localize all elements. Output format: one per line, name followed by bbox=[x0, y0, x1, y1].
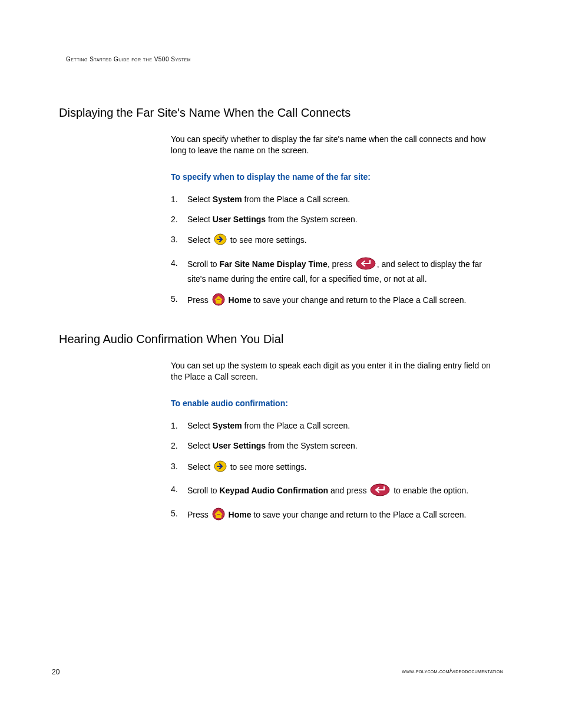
step-text: to see more settings. bbox=[230, 462, 307, 472]
home-icon bbox=[212, 508, 225, 523]
step-text: from the Place a Call screen. bbox=[242, 195, 351, 204]
page-number: 20 bbox=[52, 668, 59, 676]
step-text: Select bbox=[187, 441, 213, 450]
step-item: Select User Settings from the System scr… bbox=[171, 440, 497, 452]
step-bold: Keypad Audio Confirmation bbox=[219, 486, 328, 495]
task-heading: To enable audio confirmation: bbox=[171, 398, 497, 409]
step-text: Select bbox=[187, 195, 213, 204]
step-text: Select bbox=[187, 462, 213, 472]
step-item: Scroll to Keypad Audio Confirmation and … bbox=[171, 483, 497, 499]
step-item: Scroll to Far Site Name Display Time, pr… bbox=[171, 257, 497, 285]
step-item: Select to see more settings. bbox=[171, 460, 497, 475]
step-text: Select bbox=[187, 236, 213, 245]
step-text: to see more settings. bbox=[230, 236, 307, 245]
arrow-right-icon bbox=[214, 460, 227, 475]
step-item: Select System from the Place a Call scre… bbox=[171, 193, 497, 205]
step-text: Select bbox=[187, 421, 213, 430]
step-text: Scroll to bbox=[187, 259, 219, 269]
step-text: Press bbox=[187, 510, 211, 520]
enter-icon bbox=[356, 257, 376, 273]
section-title-far-site: Displaying the Far Site's Name When the … bbox=[59, 106, 503, 120]
step-bold: User Settings bbox=[213, 215, 266, 224]
task-heading: To specify when to display the name of t… bbox=[171, 172, 497, 183]
footer-url: www.polycom.com/videodocumentation bbox=[402, 668, 503, 674]
step-item: Select to see more settings. bbox=[171, 233, 497, 248]
step-text: Press bbox=[187, 296, 211, 305]
step-bold: Home bbox=[226, 296, 252, 305]
step-item: Press Home to save your change and retur… bbox=[171, 293, 497, 309]
step-list: Select System from the Place a Call scre… bbox=[171, 193, 497, 309]
section-title-audio-confirm: Hearing Audio Confirmation When You Dial bbox=[59, 332, 503, 346]
home-icon bbox=[212, 293, 225, 309]
step-text: Select bbox=[187, 215, 213, 224]
enter-icon bbox=[370, 483, 390, 499]
step-text: to save your change and return to the Pl… bbox=[251, 510, 466, 520]
step-text: , press bbox=[328, 259, 355, 269]
step-text: Scroll to bbox=[187, 486, 219, 495]
step-bold: System bbox=[213, 421, 242, 430]
step-text: and press bbox=[328, 486, 369, 495]
step-text: from the System screen. bbox=[266, 441, 358, 450]
step-item: Press Home to save your change and retur… bbox=[171, 508, 497, 523]
step-text: to save your change and return to the Pl… bbox=[251, 296, 466, 305]
step-bold: Far Site Name Display Time bbox=[219, 259, 327, 269]
step-item: Select System from the Place a Call scre… bbox=[171, 420, 497, 431]
intro-paragraph: You can set up the system to speak each … bbox=[171, 360, 497, 383]
step-bold: Home bbox=[226, 510, 252, 520]
step-text: from the Place a Call screen. bbox=[242, 421, 351, 430]
step-text: from the System screen. bbox=[266, 215, 358, 224]
intro-paragraph: You can specify whether to display the f… bbox=[171, 134, 497, 156]
running-header: Getting Started Guide for the V500 Syste… bbox=[66, 56, 503, 62]
step-text: to enable the option. bbox=[391, 486, 468, 495]
step-bold: User Settings bbox=[213, 441, 266, 450]
step-bold: System bbox=[213, 195, 242, 204]
step-item: Select User Settings from the System scr… bbox=[171, 213, 497, 225]
arrow-right-icon bbox=[214, 233, 227, 248]
step-list: Select System from the Place a Call scre… bbox=[171, 420, 497, 523]
